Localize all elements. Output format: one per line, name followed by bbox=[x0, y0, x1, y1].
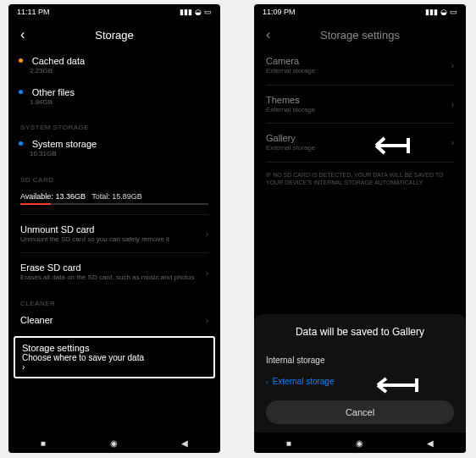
nav-back-icon[interactable]: ◀ bbox=[181, 439, 188, 448]
chevron-right-icon: › bbox=[206, 229, 208, 239]
modal-title: Data will be saved to Gallery bbox=[266, 326, 454, 338]
label: Storage settings bbox=[22, 343, 207, 353]
sublabel: 1.84GB bbox=[30, 98, 208, 107]
dot-icon bbox=[19, 90, 23, 94]
nav-bar: ■ ◉ ◀ bbox=[8, 433, 220, 453]
sublabel: Unmount the SD card so you can safely re… bbox=[20, 235, 208, 244]
label: Cleaner bbox=[20, 315, 208, 325]
status-time: 11:11 PM bbox=[17, 8, 50, 16]
header: ‹ Storage bbox=[8, 19, 220, 50]
status-icons: ▮▮▮ ◒ ▭ bbox=[180, 8, 212, 16]
cancel-label: Cancel bbox=[346, 407, 374, 417]
section-sd-card: SD CARD bbox=[20, 176, 208, 184]
chevron-right-icon: › bbox=[22, 362, 25, 372]
back-icon[interactable]: ‹ bbox=[20, 27, 25, 42]
sublabel: 2.23GB bbox=[30, 67, 208, 75]
row-cached-data[interactable]: Cached data 2.23GB bbox=[20, 50, 208, 81]
save-location-modal: Data will be saved to Gallery Internal s… bbox=[254, 314, 466, 433]
sublabel: Erases all data on the SD card, such as … bbox=[20, 273, 208, 282]
option-internal-storage[interactable]: Internal storage bbox=[266, 350, 454, 371]
phone-right: 11:09 PM ▮▮▮ ◒ ▭ ‹ Storage settings Came… bbox=[254, 4, 466, 453]
nav-home-icon[interactable]: ◉ bbox=[110, 439, 118, 448]
nav-recent-icon[interactable]: ■ bbox=[41, 439, 46, 448]
storage-bar-used bbox=[20, 203, 51, 205]
battery-icon: ▭ bbox=[204, 8, 212, 16]
label: Unmount SD card bbox=[20, 224, 208, 235]
row-unmount-sd[interactable]: Unmount SD card Unmount the SD card so y… bbox=[20, 218, 208, 250]
phone-left: 11:11 PM ▮▮▮ ◒ ▭ ‹ Storage Cached data 2… bbox=[8, 4, 220, 453]
chevron-right-icon: › bbox=[206, 315, 208, 324]
nav-home-icon[interactable]: ◉ bbox=[356, 439, 363, 448]
content: Cached data 2.23GB Other files 1.84GB SY… bbox=[8, 50, 220, 433]
row-other-files[interactable]: Other files 1.84GB bbox=[20, 81, 208, 113]
label: Other files bbox=[32, 87, 75, 97]
storage-bar bbox=[20, 203, 208, 205]
sublabel: 10.31GB bbox=[30, 150, 208, 158]
option-external-storage[interactable]: ›External storage bbox=[266, 371, 454, 392]
row-storage-settings-highlighted[interactable]: Storage settings Choose where to save yo… bbox=[14, 336, 215, 378]
option-label: Internal storage bbox=[266, 356, 325, 365]
row-system-storage[interactable]: System storage 10.31GB bbox=[20, 133, 208, 164]
section-cleaner: CLEANER bbox=[20, 300, 208, 307]
sublabel: Choose where to save your data bbox=[22, 353, 207, 362]
label: Cached data bbox=[32, 56, 85, 66]
row-erase-sd[interactable]: Erase SD card Erases all data on the SD … bbox=[20, 257, 208, 288]
page-title: Storage bbox=[8, 29, 220, 41]
label: Erase SD card bbox=[20, 262, 208, 273]
row-sd-info: Available: 13.36GB Total: 15.89GB bbox=[20, 185, 208, 211]
check-icon: › bbox=[266, 378, 268, 386]
chevron-right-icon: › bbox=[206, 268, 208, 277]
total-label: Total: bbox=[91, 192, 110, 201]
wifi-icon: ◒ bbox=[195, 8, 202, 16]
section-system-storage: SYSTEM STORAGE bbox=[20, 124, 208, 131]
available-value: 13.36GB bbox=[55, 192, 86, 201]
nav-bar: ■ ◉ ◀ bbox=[254, 433, 466, 453]
status-bar: 11:11 PM ▮▮▮ ◒ ▭ bbox=[8, 4, 220, 19]
divider bbox=[20, 214, 208, 215]
total-value: 15.89GB bbox=[112, 192, 142, 201]
row-cleaner[interactable]: Cleaner › bbox=[20, 309, 208, 331]
available-label: Available: bbox=[20, 192, 53, 201]
label: System storage bbox=[32, 139, 97, 149]
dot-icon bbox=[19, 58, 23, 63]
nav-back-icon[interactable]: ◀ bbox=[427, 439, 434, 448]
divider bbox=[20, 252, 208, 253]
signal-icon: ▮▮▮ bbox=[180, 8, 192, 16]
dot-icon bbox=[19, 141, 23, 146]
option-label: External storage bbox=[273, 377, 335, 386]
cancel-button[interactable]: Cancel bbox=[266, 400, 454, 424]
nav-recent-icon[interactable]: ■ bbox=[286, 439, 291, 448]
